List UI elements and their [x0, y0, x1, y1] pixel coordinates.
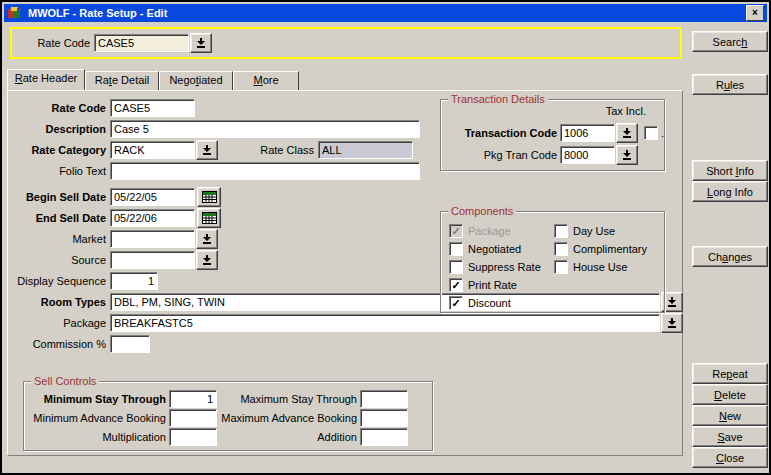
rate-category-lov-button[interactable]	[196, 140, 218, 160]
suppress-rate-checkbox-label: Suppress Rate	[468, 261, 541, 273]
package-label: Package	[10, 317, 106, 329]
checkbox-complimentary[interactable]: Complimentary	[554, 242, 647, 256]
components-title: Components	[448, 205, 516, 217]
minimum-advance-booking-input[interactable]	[169, 409, 217, 427]
components-group: Components Package Negotiated Suppress R…	[440, 211, 665, 313]
rules-button[interactable]: Rules	[692, 74, 768, 95]
negotiated-checkbox-box[interactable]	[449, 242, 463, 256]
rate-code-input[interactable]	[110, 99, 195, 117]
begin-sell-date-input[interactable]	[110, 188, 195, 206]
changes-button[interactable]: Changes	[692, 246, 768, 267]
display-sequence-label: Display Sequence	[10, 275, 106, 287]
package-input[interactable]	[110, 314, 660, 332]
market-lov-button[interactable]	[196, 229, 218, 249]
begin-sell-date-label: Begin Sell Date	[10, 191, 106, 203]
house-use-checkbox-label: House Use	[573, 261, 627, 273]
header-rate-code-lov-button[interactable]	[190, 33, 212, 53]
folio-text-input[interactable]	[110, 162, 420, 180]
discount-checkbox-box[interactable]	[449, 296, 463, 310]
header-rate-code-label: Rate Code	[12, 37, 90, 49]
suppress-rate-checkbox-box[interactable]	[449, 260, 463, 274]
search-button[interactable]: Search	[692, 31, 768, 52]
addition-input[interactable]	[360, 428, 408, 446]
rate-header-panel: Rate Code Description Rate Category Rate…	[7, 90, 683, 456]
tax-incl-suffix: .	[661, 127, 664, 139]
package-checkbox-label: Package	[468, 225, 511, 237]
maximum-advance-booking-label: Maximum Advance Booking	[221, 412, 357, 424]
checkbox-print-rate[interactable]: Print Rate	[449, 278, 517, 292]
dropdown-arrow-icon	[622, 128, 632, 138]
rate-category-label: Rate Category	[10, 144, 106, 156]
print-rate-checkbox-label: Print Rate	[468, 279, 517, 291]
print-rate-checkbox-box[interactable]	[449, 278, 463, 292]
minimum-stay-through-input[interactable]	[169, 390, 217, 408]
tab-rate-detail[interactable]: Rate Detail	[85, 71, 159, 90]
rate-class-label: Rate Class	[218, 144, 314, 156]
discount-checkbox-label: Discount	[468, 297, 511, 309]
dropdown-arrow-icon	[667, 318, 677, 328]
dropdown-arrow-icon	[622, 150, 632, 160]
tab-bar: Rate Header Rate Detail Negotiated More	[7, 69, 299, 90]
sell-controls-title: Sell Controls	[31, 375, 99, 387]
multiplication-input[interactable]	[169, 428, 217, 446]
complimentary-checkbox-box[interactable]	[554, 242, 568, 256]
title-bar[interactable]: MWOLF - Rate Setup - Edit ×	[4, 4, 767, 22]
tab-negotiated[interactable]: Negotiated	[159, 71, 233, 90]
tax-incl-checkbox[interactable]	[644, 126, 658, 140]
rate-class-field	[318, 141, 413, 159]
header-rate-code-input[interactable]	[94, 34, 189, 52]
checkbox-negotiated[interactable]: Negotiated	[449, 242, 521, 256]
dropdown-arrow-icon	[202, 234, 212, 244]
complimentary-checkbox-label: Complimentary	[573, 243, 647, 255]
maximum-stay-through-input[interactable]	[360, 390, 408, 408]
description-input[interactable]	[110, 120, 420, 138]
transaction-code-input[interactable]	[560, 124, 615, 142]
begin-sell-date-calendar-button[interactable]	[197, 187, 221, 207]
new-button[interactable]: New	[692, 405, 768, 426]
pkg-tran-code-label: Pkg Tran Code	[445, 149, 557, 161]
checkbox-package: Package	[449, 224, 511, 238]
house-use-checkbox-box[interactable]	[554, 260, 568, 274]
source-input[interactable]	[110, 251, 195, 269]
checkbox-suppress-rate[interactable]: Suppress Rate	[449, 260, 541, 274]
tab-rate-header[interactable]: Rate Header	[7, 69, 85, 90]
tab-more[interactable]: More	[233, 71, 299, 90]
tax-incl-checkbox-box[interactable]	[644, 126, 658, 140]
long-info-button[interactable]: Long Info	[692, 181, 768, 202]
source-label: Source	[10, 254, 106, 266]
delete-button[interactable]: Delete	[692, 384, 768, 405]
save-button[interactable]: Save	[692, 426, 768, 447]
pkg-tran-code-input[interactable]	[560, 146, 615, 164]
rate-category-input[interactable]	[110, 141, 195, 159]
end-sell-date-input[interactable]	[110, 209, 195, 227]
window-title: MWOLF - Rate Setup - Edit	[28, 7, 746, 19]
transaction-details-title: Transaction Details	[448, 93, 548, 105]
repeat-button[interactable]: Repeat	[692, 363, 768, 384]
calendar-icon	[202, 191, 217, 203]
source-lov-button[interactable]	[196, 250, 218, 270]
checkbox-discount[interactable]: Discount	[449, 296, 511, 310]
checkbox-house-use[interactable]: House Use	[554, 260, 627, 274]
display-sequence-input[interactable]	[110, 272, 158, 290]
calendar-icon	[202, 212, 217, 224]
day-use-checkbox-box[interactable]	[554, 224, 568, 238]
tax-incl-label: Tax Incl.	[606, 105, 646, 117]
commission-label: Commission %	[10, 338, 106, 350]
close-icon[interactable]: ×	[746, 5, 764, 21]
folio-text-label: Folio Text	[10, 165, 106, 177]
close-button[interactable]: Close	[692, 447, 768, 468]
maximum-advance-booking-input[interactable]	[360, 409, 408, 427]
transaction-code-lov-button[interactable]	[616, 123, 638, 143]
market-label: Market	[10, 233, 106, 245]
checkbox-day-use[interactable]: Day Use	[554, 224, 615, 238]
commission-input[interactable]	[110, 335, 150, 353]
short-info-button[interactable]: Short Info	[692, 160, 768, 181]
pkg-tran-code-lov-button[interactable]	[616, 145, 638, 165]
dropdown-arrow-icon	[202, 145, 212, 155]
transaction-details-group: Transaction Details Tax Incl. Transactio…	[440, 99, 665, 171]
market-input[interactable]	[110, 230, 195, 248]
end-sell-date-calendar-button[interactable]	[197, 208, 221, 228]
package-lov-button[interactable]	[661, 313, 683, 333]
dropdown-arrow-icon	[202, 255, 212, 265]
minimum-advance-booking-label: Minimum Advance Booking	[30, 412, 166, 424]
